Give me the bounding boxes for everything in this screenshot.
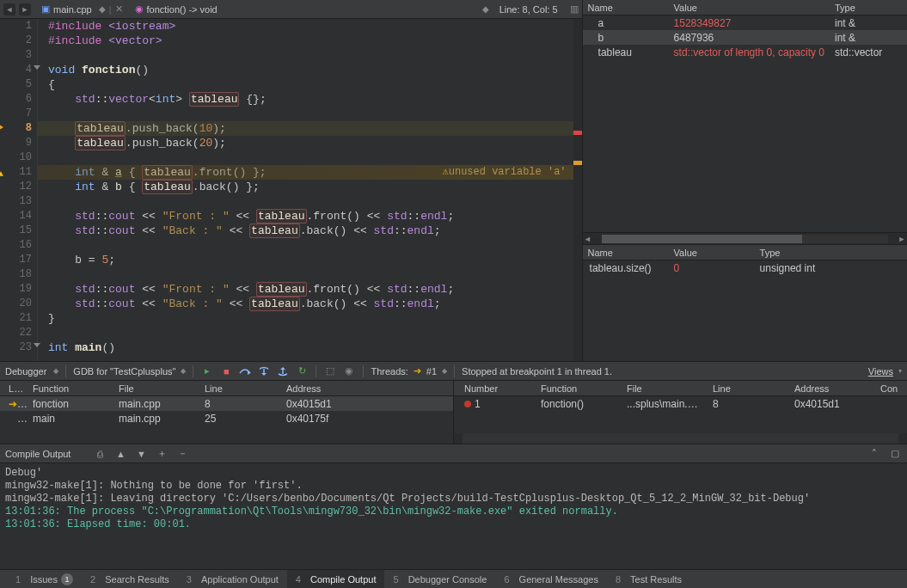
breakpoint-row[interactable]: 1fonction()...splus\main.cpp80x4015d1 bbox=[454, 396, 907, 411]
svg-marker-1 bbox=[261, 373, 267, 376]
nav-down-button[interactable]: ▼ bbox=[134, 447, 148, 461]
compile-output-toolbar: Compile Output ⎙ ▲ ▼ ＋ － ˄ ▢ bbox=[0, 444, 907, 463]
bottom-tab-general-messages[interactable]: 6 General Messages bbox=[495, 570, 607, 588]
col-type[interactable]: Type bbox=[755, 248, 907, 258]
variables-pane: Name Value Type a1528349827int &b6487936… bbox=[583, 0, 907, 361]
breakpoints-view: Number Function File Line Address Con 1f… bbox=[454, 381, 907, 444]
step-instruction-button[interactable]: ⬚ bbox=[323, 364, 337, 378]
code-area[interactable]: unused variable 'a' #include <iostream> … bbox=[38, 19, 573, 361]
nav-fwd[interactable]: ► bbox=[19, 3, 31, 15]
editor-header: ◄ ► ▣ main.cpp ◆ | ✕ ◉ fonction() -> voi… bbox=[0, 0, 582, 19]
col-value[interactable]: Value bbox=[669, 248, 755, 258]
nav-up-button[interactable]: ▲ bbox=[113, 447, 127, 461]
execution-arrow-icon bbox=[0, 123, 3, 132]
file-dropdown[interactable]: ◆ bbox=[99, 4, 106, 14]
watch-row[interactable]: tableau.size()0unsigned int bbox=[583, 260, 907, 275]
stack-frame[interactable]: ➔ 2mainmain.cpp250x40175f bbox=[0, 411, 453, 426]
restart-button[interactable]: ↻ bbox=[295, 364, 309, 378]
debugger-label[interactable]: Debugger bbox=[5, 366, 48, 377]
watch-header[interactable]: Name Value Type bbox=[583, 245, 907, 260]
stop-button[interactable]: ■ bbox=[219, 364, 233, 378]
editor-pane: ◄ ► ▣ main.cpp ◆ | ✕ ◉ fonction() -> voi… bbox=[0, 0, 583, 361]
svg-marker-2 bbox=[280, 367, 285, 370]
symbol-dropdown[interactable]: ◆ bbox=[482, 4, 489, 14]
record-button[interactable]: ◉ bbox=[342, 364, 356, 378]
bottom-tab-search-results[interactable]: 2 Search Results bbox=[82, 570, 178, 588]
filter-button[interactable]: ⎙ bbox=[93, 447, 107, 461]
stack-header[interactable]: Level Function File Line Address bbox=[0, 381, 453, 396]
debugger-toolbar: Debugger ◆ GDB for "TestCplusplus" ◆ ▸ ■… bbox=[0, 362, 907, 381]
bottom-tab-issues[interactable]: 1 Issues1 bbox=[7, 570, 82, 588]
locals-hscroll[interactable]: ◄► bbox=[583, 232, 907, 244]
stack-view: Level Function File Line Address ➔ 1fonc… bbox=[0, 381, 454, 444]
threads-label: Threads: bbox=[371, 366, 408, 377]
debugger-engine[interactable]: GDB for "TestCplusplus" bbox=[73, 366, 175, 377]
nav-back[interactable]: ◄ bbox=[3, 3, 15, 15]
thread-selector[interactable]: #1 bbox=[426, 366, 437, 377]
debugger-panel: Debugger ◆ GDB for "TestCplusplus" ◆ ▸ ■… bbox=[0, 361, 907, 444]
zoom-out-button[interactable]: － bbox=[175, 447, 189, 461]
symbol-name[interactable]: fonction() -> void bbox=[147, 4, 218, 15]
file-name[interactable]: main.cpp bbox=[53, 4, 92, 15]
locals-header[interactable]: Name Value Type bbox=[583, 0, 907, 15]
compile-output-title: Compile Output bbox=[5, 449, 70, 459]
col-name[interactable]: Name bbox=[583, 248, 669, 258]
locals-row[interactable]: b6487936int & bbox=[583, 30, 907, 45]
inline-warning[interactable]: unused variable 'a' bbox=[443, 165, 567, 180]
stack-frame[interactable]: ➔ 1fonctionmain.cpp80x4015d1 bbox=[0, 396, 453, 411]
breakpoints-header[interactable]: Number Function File Line Address Con bbox=[454, 381, 907, 396]
col-type[interactable]: Type bbox=[830, 3, 907, 13]
continue-button[interactable]: ▸ bbox=[200, 364, 214, 378]
file-icon: ▣ bbox=[41, 3, 50, 15]
zoom-in-button[interactable]: ＋ bbox=[155, 447, 169, 461]
thread-arrow-icon: ➔ bbox=[414, 365, 421, 377]
bottom-tab-bar: 1 Issues12 Search Results3 Application O… bbox=[0, 569, 907, 588]
col-name[interactable]: Name bbox=[583, 3, 669, 13]
breakpoints-hscroll[interactable] bbox=[454, 433, 907, 444]
watch-view: Name Value Type tableau.size()0unsigned … bbox=[583, 245, 907, 361]
close-file[interactable]: ✕ bbox=[115, 3, 123, 15]
function-icon: ◉ bbox=[135, 3, 144, 15]
close-panel-button[interactable]: ▢ bbox=[888, 447, 902, 461]
bottom-tab-test-results[interactable]: 8 Test Results bbox=[607, 570, 690, 588]
views-menu[interactable]: Views bbox=[868, 366, 893, 377]
line-gutter[interactable]: 1 2 3 4 5 6 7 8 9 10 ▲11 12 13 14 15 16 … bbox=[0, 19, 38, 361]
compile-output-panel: Compile Output ⎙ ▲ ▼ ＋ － ˄ ▢ Debug'mingw… bbox=[0, 444, 907, 569]
step-out-button[interactable] bbox=[276, 364, 290, 378]
bottom-tab-application-output[interactable]: 3 Application Output bbox=[178, 570, 287, 588]
locals-view: Name Value Type a1528349827int &b6487936… bbox=[583, 0, 907, 245]
bottom-tab-debugger-console[interactable]: 5 Debugger Console bbox=[384, 570, 495, 588]
step-into-button[interactable] bbox=[257, 364, 271, 378]
compile-output-text[interactable]: Debug'mingw32-make[1]: Nothing to be don… bbox=[0, 463, 907, 569]
overview-ruler[interactable] bbox=[573, 19, 582, 361]
debugger-status: Stopped at breakpoint 1 in thread 1. bbox=[462, 366, 612, 377]
step-over-button[interactable] bbox=[238, 364, 252, 378]
collapse-button[interactable]: ˄ bbox=[867, 447, 881, 461]
bottom-tab-compile-output[interactable]: 4 Compile Output bbox=[287, 570, 385, 588]
cursor-position[interactable]: Line: 8, Col: 5 bbox=[499, 4, 558, 15]
col-value[interactable]: Value bbox=[669, 3, 830, 13]
locals-row[interactable]: a1528349827int & bbox=[583, 15, 907, 30]
locals-row[interactable]: tableaustd::vector of length 0, capacity… bbox=[583, 45, 907, 59]
split-icon[interactable]: ▥ bbox=[570, 3, 579, 15]
